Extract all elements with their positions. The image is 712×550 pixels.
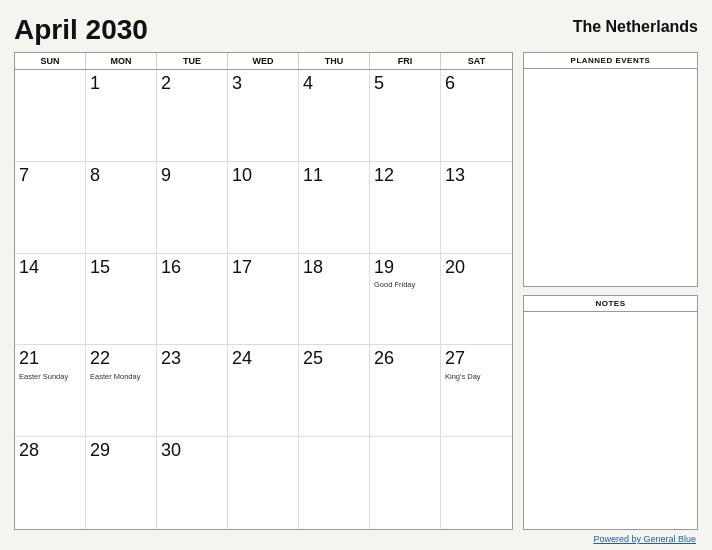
date-number: 29: [90, 440, 152, 462]
table-row: [299, 437, 370, 529]
table-row: 3: [228, 70, 299, 162]
date-number: 8: [90, 165, 152, 187]
table-row: 10: [228, 162, 299, 254]
date-number: 11: [303, 165, 365, 187]
day-header-sat: SAT: [441, 53, 512, 69]
date-number: 22: [90, 348, 152, 370]
table-row: 1: [86, 70, 157, 162]
day-header-mon: MON: [86, 53, 157, 69]
notes-box: NOTES: [523, 295, 698, 530]
date-number: 4: [303, 73, 365, 95]
page: April 2030 The Netherlands SUN MON TUE W…: [0, 0, 712, 550]
table-row: 21Easter Sunday: [15, 345, 86, 437]
footer: Powered by General Blue: [14, 534, 698, 544]
date-number: 6: [445, 73, 508, 95]
table-row: 27King's Day: [441, 345, 512, 437]
table-row: 2: [157, 70, 228, 162]
planned-events-box: PLANNED EVENTS: [523, 52, 698, 287]
table-row: 20: [441, 254, 512, 346]
calendar-section: SUN MON TUE WED THU FRI SAT 123456789101…: [14, 52, 513, 530]
table-row: 9: [157, 162, 228, 254]
powered-by-link[interactable]: Powered by General Blue: [593, 534, 696, 544]
date-number: 9: [161, 165, 223, 187]
table-row: 4: [299, 70, 370, 162]
date-number: 5: [374, 73, 436, 95]
table-row: 29: [86, 437, 157, 529]
holiday-label: Easter Sunday: [19, 372, 81, 381]
table-row: 11: [299, 162, 370, 254]
table-row: [370, 437, 441, 529]
date-number: 2: [161, 73, 223, 95]
table-row: 14: [15, 254, 86, 346]
table-row: 12: [370, 162, 441, 254]
day-header-sun: SUN: [15, 53, 86, 69]
table-row: 6: [441, 70, 512, 162]
sidebar: PLANNED EVENTS NOTES: [523, 52, 698, 530]
table-row: 13: [441, 162, 512, 254]
date-number: 16: [161, 257, 223, 279]
holiday-label: King's Day: [445, 372, 508, 381]
table-row: 15: [86, 254, 157, 346]
table-row: 22Easter Monday: [86, 345, 157, 437]
date-number: 15: [90, 257, 152, 279]
day-headers: SUN MON TUE WED THU FRI SAT: [15, 53, 512, 70]
date-number: 3: [232, 73, 294, 95]
date-number: 19: [374, 257, 436, 279]
holiday-label: Easter Monday: [90, 372, 152, 381]
date-number: 30: [161, 440, 223, 462]
table-row: 17: [228, 254, 299, 346]
date-number: 28: [19, 440, 81, 462]
planned-events-content: [524, 69, 697, 286]
day-header-thu: THU: [299, 53, 370, 69]
date-number: 26: [374, 348, 436, 370]
date-number: 12: [374, 165, 436, 187]
table-row: 28: [15, 437, 86, 529]
holiday-label: Good Friday: [374, 280, 436, 289]
table-row: [228, 437, 299, 529]
date-number: 23: [161, 348, 223, 370]
notes-title: NOTES: [524, 296, 697, 312]
date-number: 27: [445, 348, 508, 370]
table-row: 19Good Friday: [370, 254, 441, 346]
date-number: 18: [303, 257, 365, 279]
date-number: 13: [445, 165, 508, 187]
country-title: The Netherlands: [573, 14, 698, 36]
date-number: 14: [19, 257, 81, 279]
notes-content: [524, 312, 697, 529]
table-row: 8: [86, 162, 157, 254]
date-number: 1: [90, 73, 152, 95]
table-row: 23: [157, 345, 228, 437]
date-number: 10: [232, 165, 294, 187]
table-row: 18: [299, 254, 370, 346]
date-number: 25: [303, 348, 365, 370]
day-header-wed: WED: [228, 53, 299, 69]
top-header: April 2030 The Netherlands: [14, 14, 698, 46]
calendar-grid: 12345678910111213141516171819Good Friday…: [15, 70, 512, 529]
date-number: 21: [19, 348, 81, 370]
table-row: 26: [370, 345, 441, 437]
date-number: 7: [19, 165, 81, 187]
table-row: 25: [299, 345, 370, 437]
main-area: SUN MON TUE WED THU FRI SAT 123456789101…: [14, 52, 698, 530]
day-header-tue: TUE: [157, 53, 228, 69]
month-title: April 2030: [14, 14, 148, 46]
day-header-fri: FRI: [370, 53, 441, 69]
date-number: 17: [232, 257, 294, 279]
date-number: 24: [232, 348, 294, 370]
table-row: 24: [228, 345, 299, 437]
table-row: [15, 70, 86, 162]
table-row: 16: [157, 254, 228, 346]
table-row: 30: [157, 437, 228, 529]
table-row: 7: [15, 162, 86, 254]
table-row: [441, 437, 512, 529]
planned-events-title: PLANNED EVENTS: [524, 53, 697, 69]
date-number: 20: [445, 257, 508, 279]
table-row: 5: [370, 70, 441, 162]
